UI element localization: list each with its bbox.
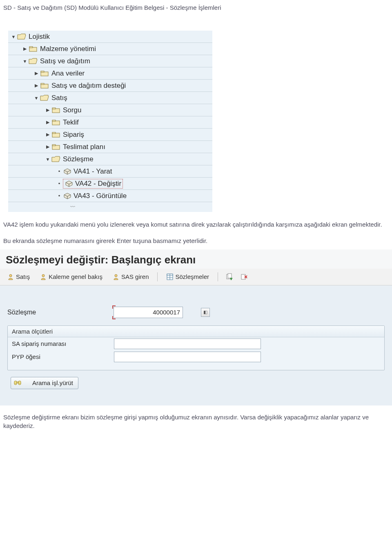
tree-node-malzeme[interactable]: ▶ Malzeme yönetimi — [8, 43, 212, 55]
toolbar-separator — [218, 272, 218, 281]
toolbar: Satış Kaleme genel bakış SAS giren — [0, 269, 392, 285]
tree-label: Sipariş — [63, 131, 84, 139]
tree-node-destegi[interactable]: ▶ Satış ve dağıtım desteği — [8, 80, 212, 92]
toolbar-satis-button[interactable]: Satış — [3, 272, 33, 282]
caret-down-icon[interactable]: ▼ — [45, 157, 51, 162]
tree-node-sorgu[interactable]: ▶ Sorgu — [8, 104, 212, 116]
search-help-icon: ◧ — [203, 310, 207, 315]
arama-yurut-button[interactable]: Arama işl.yürüt — [11, 377, 78, 389]
nav-tree: ▼ Lojistik ▶ Malzeme yönetimi ▼ Satış ve… — [8, 31, 212, 212]
transaction-icon — [63, 192, 72, 200]
tree-node-sozlesme[interactable]: ▼ Sözleşme — [8, 153, 212, 165]
doc-header: SD - Satış ve Dağıtım (SD) Modülü Kullan… — [0, 0, 392, 14]
caret-right-icon[interactable]: ▶ — [45, 107, 51, 113]
group-title: Arama ölçütleri — [8, 326, 384, 337]
tree-node-teklif[interactable]: ▶ Teklif — [8, 116, 212, 129]
caret-right-icon[interactable]: ▶ — [33, 83, 39, 88]
paragraph-2: Bu ekranda sözleşme numarasını girerek E… — [3, 236, 389, 245]
sozlesme-input[interactable] — [114, 307, 183, 318]
tree-node-siparis[interactable]: ▶ Sipariş — [8, 129, 212, 141]
transaction-icon — [63, 168, 72, 175]
toolbar-label: Kaleme genel bakış — [49, 273, 102, 280]
toolbar-kaleme-button[interactable]: Kaleme genel bakış — [36, 272, 106, 282]
toolbar-sas-button[interactable]: SAS giren — [109, 272, 153, 282]
folder-closed-icon — [29, 45, 38, 53]
tree-node-va42[interactable]: • VA42 - Değiştir — [8, 178, 212, 190]
paragraph-1: VA42 işlem kodu yukarıdaki menü yolu izl… — [3, 220, 389, 229]
copy-icon — [225, 273, 233, 281]
tree-node-anaveriler[interactable]: ▶ Ana veriler — [8, 67, 212, 80]
transaction-icon — [65, 180, 74, 187]
caret-right-icon[interactable]: ▶ — [45, 120, 51, 125]
more-icon: 〰 — [70, 204, 75, 210]
toolbar-sozlesmeler-button[interactable]: Sözleşmeler — [163, 272, 213, 282]
toolbar-label: Sözleşmeler — [175, 273, 209, 280]
bullet-icon: • — [56, 168, 62, 174]
caret-right-icon[interactable]: ▶ — [45, 144, 51, 149]
svg-rect-35 — [228, 274, 232, 278]
svg-rect-37 — [241, 274, 245, 279]
svg-marker-3 — [29, 58, 37, 64]
tree-node-satisdagitim[interactable]: ▼ Satış ve dağıtım — [8, 55, 212, 67]
tree-node-satis[interactable]: ▼ Satış — [8, 92, 212, 104]
f4-help-button[interactable]: ◧ — [201, 308, 210, 317]
svg-point-29 — [115, 274, 117, 277]
tree-node-teslimat[interactable]: ▶ Teslimat planı — [8, 141, 212, 153]
caret-right-icon[interactable]: ▶ — [45, 132, 51, 137]
content-area: Sözleşme ◧ Arama ölçütleri SA sipariş nu… — [0, 285, 392, 405]
tree-node-lojistik[interactable]: ▼ Lojistik — [8, 31, 212, 43]
tree-node-va41[interactable]: • VA41 - Yarat — [8, 165, 212, 178]
folder-closed-icon — [40, 70, 49, 77]
svg-point-42 — [15, 383, 16, 385]
person-icon — [40, 273, 47, 281]
svg-rect-44 — [17, 382, 18, 383]
tree-label: Sorgu — [63, 106, 81, 114]
tree-label: VA41 - Yarat — [74, 167, 112, 176]
pyp-label: PYP öğesi — [12, 353, 114, 360]
caret-down-icon[interactable]: ▼ — [33, 96, 39, 100]
tree-label: Teslimat planı — [63, 143, 105, 151]
svg-rect-7 — [41, 83, 44, 85]
folder-closed-icon — [51, 107, 60, 114]
svg-point-27 — [9, 274, 12, 277]
required-marker-icon — [112, 316, 116, 319]
sa-siparis-input[interactable] — [114, 339, 261, 349]
sa-siparis-label: SA sipariş numarası — [12, 340, 114, 347]
tree-label: Teklif — [63, 118, 79, 127]
required-marker-icon — [112, 305, 116, 309]
folder-open-icon — [17, 33, 26, 40]
paragraph-3: Sözleşme değiştirme ekranı bizim sözleşm… — [3, 413, 389, 431]
folder-open-icon — [40, 94, 49, 102]
toolbar-copy-button[interactable] — [223, 271, 235, 283]
tree-node-more: 〰 — [8, 202, 212, 212]
svg-rect-2 — [29, 47, 33, 48]
caret-right-icon[interactable]: ▶ — [22, 46, 28, 51]
toolbar-label: Satış — [16, 273, 30, 280]
svg-point-28 — [42, 274, 45, 277]
caret-down-icon[interactable]: ▼ — [22, 59, 28, 64]
binoculars-icon — [13, 379, 22, 387]
delete-icon — [240, 273, 248, 281]
folder-open-icon — [51, 156, 60, 163]
toolbar-separator — [157, 272, 158, 281]
svg-marker-0 — [18, 34, 26, 39]
screen-title: Sözleşmeyi değiştir: Başlangıç ekranı — [0, 249, 392, 269]
toolbar-delete-button[interactable] — [238, 271, 250, 283]
folder-closed-icon — [51, 143, 60, 151]
pyp-row: PYP öğesi — [8, 350, 384, 363]
caret-right-icon[interactable]: ▶ — [33, 71, 39, 76]
sozlesme-label: Sözleşme — [7, 309, 114, 316]
toolbar-label: SAS giren — [121, 273, 149, 280]
bullet-icon: • — [56, 180, 62, 187]
person-icon — [7, 273, 14, 281]
person-icon — [112, 273, 120, 281]
svg-rect-10 — [52, 108, 56, 109]
svg-rect-16 — [52, 145, 56, 146]
caret-down-icon[interactable]: ▼ — [11, 34, 16, 39]
tree-node-va43[interactable]: • VA43 - Görüntüle — [8, 190, 212, 202]
pyp-input[interactable] — [114, 352, 261, 362]
folder-closed-icon — [51, 119, 60, 126]
folder-open-icon — [29, 58, 38, 65]
tree-label: Lojistik — [29, 33, 50, 41]
svg-marker-36 — [230, 278, 232, 280]
